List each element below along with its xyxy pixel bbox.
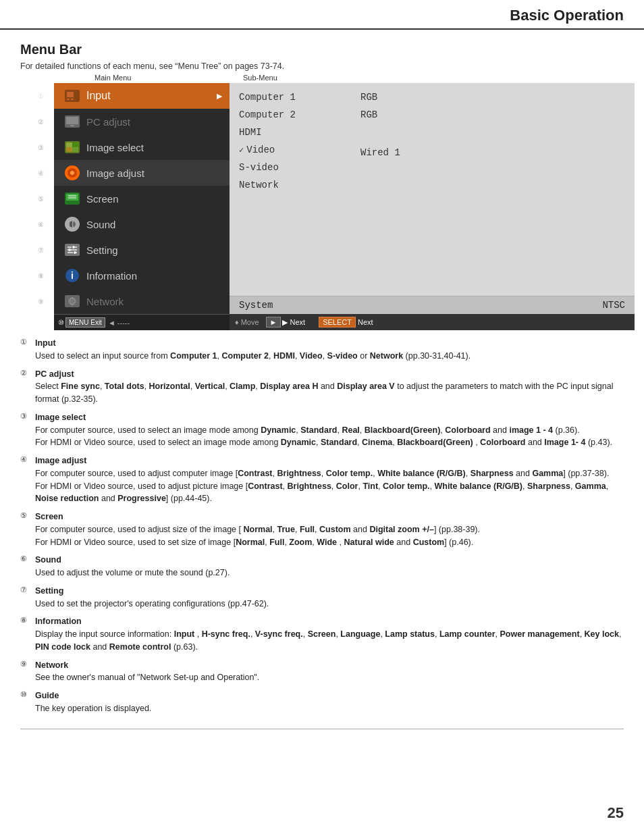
select-next-label: Next [358,318,373,326]
select-btn[interactable]: SELECT [319,317,356,328]
menu-item-imgadj-label: Image adjust [86,167,144,179]
toolbar: ⑩ MENU Exit ◄ ----- [54,314,230,330]
desc-num-2: ② [20,368,35,377]
desc-content-6: Sound Used to adjust the volume or mute … [35,554,230,579]
menu-item-network-label: Network [86,296,124,307]
sub-item-computer2[interactable]: Computer 2 [230,106,351,124]
bottom-rule [20,729,624,732]
screen-icon [63,190,81,207]
menu-item-sound[interactable]: ⑥ Sound [54,211,230,237]
desc-num-9: ⑨ [20,659,35,669]
svg-point-14 [70,171,74,175]
desc-sound: ⑥ Sound Used to adjust the volume or mut… [20,554,624,579]
menu-num-8: ⑧ [38,272,44,280]
intro-text: For detailed functions of each menu, see… [20,61,624,71]
dashes: ◄ ----- [108,319,130,327]
desc-num-10: ⑩ [20,689,35,699]
toolbar-move: ♦ Move [235,318,259,326]
sub-menu-top: Computer 1 Computer 2 HDMI Video S-video… [230,83,635,296]
menu-ui: ① Input ► ② PC adjust ③ [54,83,635,330]
toolbar-row: ♦ Move ► ▶ Next SELECT Next [230,314,635,330]
menu-item-image-select[interactable]: ③ Image select [54,134,230,160]
svg-rect-10 [66,147,72,152]
sub-val-computer1: RGB [351,88,635,106]
menu-item-information[interactable]: ⑧ i Information [54,263,230,288]
desc-content-8: Information Display the input source inf… [35,615,624,653]
menu-num-7: ⑦ [38,246,44,254]
sub-val-hdmi [351,124,635,130]
desc-setting: ⑦ Setting Used to set the projector's op… [20,585,624,610]
menu-item-network[interactable]: ⑨ Network [54,288,230,314]
svg-rect-9 [72,142,78,147]
svg-rect-2 [67,99,70,100]
svg-point-24 [68,249,71,251]
svg-rect-16 [66,194,78,201]
svg-rect-1 [67,92,74,97]
menu-item-screen[interactable]: ⑤ Screen [54,186,230,211]
menu-item-info-label: Information [86,270,137,282]
svg-rect-6 [70,125,74,126]
desc-num-7: ⑦ [20,585,35,594]
svg-rect-8 [66,142,72,147]
desc-num-6: ⑥ [20,554,35,563]
svg-point-22 [72,246,75,249]
descriptions: ① Input Used to select an input source f… [20,337,624,715]
desc-image-adjust: ④ Image adjust For computer source, used… [20,454,624,505]
desc-num-1: ① [20,337,35,346]
toolbar-next-label[interactable]: ▶ Next [282,318,305,327]
desc-num-5: ⑤ [20,511,35,520]
sub-item-hdmi[interactable]: HDMI [230,124,351,141]
desc-content-1: Input Used to select an input source fro… [35,337,471,363]
system-value: NTSC [432,300,628,311]
menu-arrow: ► [215,90,224,101]
menu-item-setting[interactable]: ⑦ Setting [54,237,230,263]
setting-icon [63,241,81,259]
menu-item-input-label: Input [86,90,111,102]
network-icon [63,292,81,310]
system-row: System NTSC [230,296,635,314]
menu-item-pc-adjust[interactable]: ② PC adjust [54,109,230,134]
menu-item-sound-label: Sound [86,219,115,230]
menu-item-screen-label: Screen [86,193,119,205]
menu-num-6: ⑥ [38,221,44,228]
sub-val-svideo [351,137,635,144]
sub-item-svideo[interactable]: S-video [230,159,351,176]
sub-items: Computer 1 Computer 2 HDMI Video S-video… [230,83,351,296]
svg-point-28 [74,251,76,254]
content-area: Menu Bar For detailed functions of each … [0,30,644,752]
input-icon [63,87,81,105]
desc-guide: ⑩ Guide The key operation is displayed. [20,689,624,715]
sub-item-network[interactable]: Network [230,176,351,194]
desc-image-select: ③ Image select For computer source, used… [20,411,624,449]
page-number: 25 [608,804,624,822]
menu-item-image-adjust[interactable]: ④ Image adjust [54,160,230,186]
svg-rect-5 [66,117,78,124]
menu-item-setting-label: Setting [86,244,118,256]
menu-exit-btn[interactable]: MENU Exit [65,317,105,328]
sub-item-video[interactable]: Video [230,141,351,159]
menu-item-imgsel-label: Image select [86,142,144,153]
svg-rect-3 [71,99,74,100]
desc-num-4: ④ [20,454,35,464]
pc-icon [63,113,81,130]
sub-menu: Computer 1 Computer 2 HDMI Video S-video… [230,83,635,330]
section-title: Menu Bar [20,42,624,57]
sub-val-network: Wired 1 [351,144,635,161]
information-icon: i [63,267,81,284]
sub-menu-label: Sub-Menu [230,74,635,82]
menu-item-pc-label: PC adjust [86,116,130,128]
menu-num-4: ④ [38,170,44,177]
page-header: Basic Operation [0,0,644,30]
diagram-labels: Main Menu Sub-Menu [54,74,635,82]
menu-num-1: ① [38,93,44,100]
desc-content-7: Setting Used to set the projector's oper… [35,585,269,610]
sub-val-computer2: RGB [351,106,635,124]
desc-num-3: ③ [20,411,35,421]
image-select-icon [63,138,81,156]
sub-item-computer1[interactable]: Computer 1 [230,88,351,106]
menu-item-input[interactable]: ① Input ► [54,83,230,109]
desc-network: ⑨ Network See the owner's manual of "Net… [20,659,624,685]
page-title: Basic Operation [20,7,624,24]
menu-num-3: ③ [38,144,44,151]
toolbar-next-icon: ► [266,317,281,328]
